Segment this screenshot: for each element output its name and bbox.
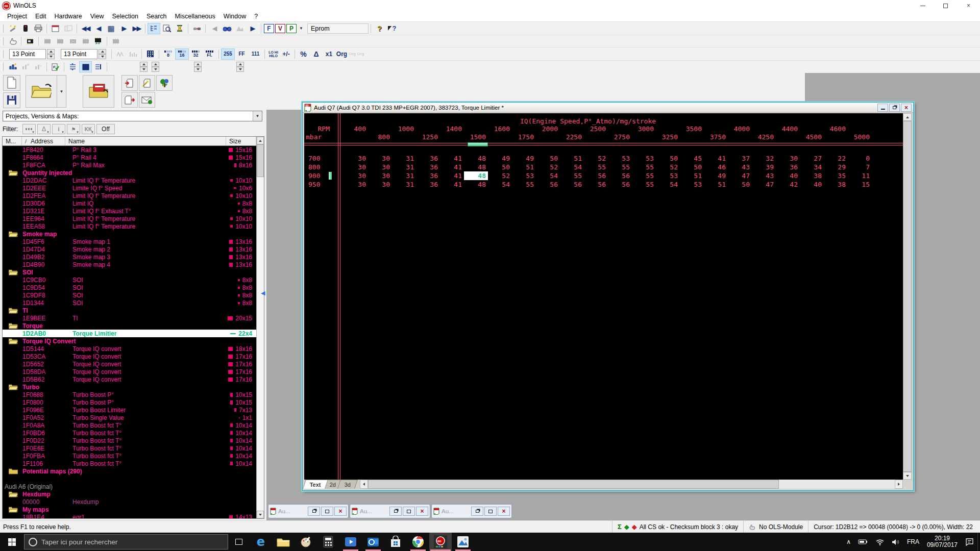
grid-cell[interactable]: 55 (584, 163, 608, 171)
map-row[interactable]: 1F0800Turbo Boost P°10x15 (3, 398, 256, 406)
grid-cell[interactable]: 36 (416, 163, 440, 171)
map-horizontal-scrollbar[interactable] (360, 480, 903, 489)
grid-cell[interactable]: 30 (344, 171, 368, 180)
grid-cell[interactable]: 30 (368, 163, 392, 171)
original-view-button[interactable]: Org (335, 48, 348, 60)
taskbar-app-store[interactable] (384, 533, 407, 551)
grid-cell[interactable]: 54 (656, 180, 680, 189)
map-row[interactable]: 1C9D54SOI8x8 (3, 284, 256, 291)
offset-spinner-4[interactable] (236, 62, 244, 72)
map-row[interactable]: 1F0D22Turbo Boost fct T°10x14 (3, 437, 256, 444)
curve-view-icon[interactable] (114, 48, 127, 60)
grid-cell[interactable]: 51 (512, 163, 536, 171)
projects-combobox[interactable]: Projects, Versions & Maps: ▼ (3, 111, 262, 121)
grid-cell[interactable]: 41 (440, 171, 464, 180)
points-y-field[interactable]: 13 Point (61, 49, 97, 59)
open-project-dropdown[interactable]: ▼ (57, 75, 66, 108)
bit-width-button-16[interactable]: 16 (175, 48, 189, 60)
map-row[interactable]: 1F0FBATurbo Boost fct T°10x14 (3, 452, 256, 460)
grid-cell[interactable]: 54 (560, 163, 584, 171)
grid-cell[interactable]: 51 (680, 171, 704, 180)
grid-cell[interactable]: 54 (536, 171, 560, 180)
grid-cell[interactable]: 38 (800, 171, 824, 180)
grid-cell[interactable]: 31 (392, 171, 416, 180)
grid-cell[interactable]: 52 (584, 154, 608, 163)
tab-text[interactable]: Text (303, 480, 328, 489)
filter-flag-button[interactable]: ⚑▼ (67, 124, 80, 134)
taskbar-app-movies[interactable] (339, 533, 362, 551)
map-row[interactable]: 1D30D6Limit IQ8x8 (3, 199, 256, 207)
minimized-window[interactable]: Au...× (350, 504, 430, 518)
filter-off-button[interactable]: Off (96, 124, 115, 134)
folder-row[interactable]: Quantity Injected (3, 169, 256, 177)
taskbar-app-winols[interactable]: ∞ (429, 533, 452, 551)
help-icon[interactable]: ? (373, 23, 386, 34)
grid-cell[interactable]: 53 (512, 171, 536, 180)
grid-cell[interactable]: 47 (728, 171, 752, 180)
filter-info-button[interactable]: i▼ (52, 124, 65, 134)
map-row[interactable]: 1D45F6Smoke map 113x16 (3, 238, 256, 245)
import-file-button[interactable] (83, 75, 114, 108)
grid-cell[interactable]: 36 (416, 180, 440, 189)
map-row[interactable]: 1F8664P° Rail 415x16 (3, 154, 256, 161)
row-height-icon[interactable] (66, 61, 79, 72)
value-format-button-ff[interactable]: FF (235, 48, 249, 60)
map-tree-toggle-icon[interactable] (148, 23, 160, 34)
action-center-icon[interactable] (962, 533, 977, 551)
grid-cell[interactable]: 43 (728, 163, 752, 171)
bit-width-button-fl.[interactable]: Fl. (203, 48, 216, 60)
menu-item-search[interactable]: Search (142, 12, 171, 21)
pointer-hand-icon[interactable] (6, 36, 19, 47)
toolbar-grip[interactable] (2, 24, 4, 33)
start-button[interactable] (0, 533, 23, 551)
grid-cell[interactable]: 31 (392, 154, 416, 163)
points-x-field[interactable]: 13 Point (9, 49, 46, 59)
map-row[interactable]: 1D2FEALimit IQ f° Temperature10x10 (3, 192, 256, 199)
grid-cell[interactable]: 35 (824, 171, 848, 180)
eprom-combobox[interactable]: Eprom (307, 23, 369, 34)
column-header-size[interactable]: Size (226, 137, 256, 145)
grid-cell[interactable]: 36 (416, 171, 440, 180)
grid-cell[interactable]: 56 (584, 180, 608, 189)
hourglass-icon[interactable] (173, 23, 186, 34)
scroll-down-icon[interactable] (257, 511, 264, 518)
grid-cell[interactable]: 34 (800, 163, 824, 171)
volume-icon[interactable] (888, 533, 903, 551)
map-row[interactable]: 1D321ELimit IQ f° Exhaust T°8x8 (3, 207, 256, 215)
taskbar-app-paint[interactable] (295, 533, 317, 551)
version-view-button[interactable]: V (275, 24, 285, 33)
map-row[interactable]: 1C9DF8SOI8x8 (3, 291, 256, 299)
panel-collapse-icon[interactable]: ◀ (261, 290, 265, 296)
offset-spinner-3[interactable] (194, 62, 202, 72)
menu-item-edit[interactable]: Edit (31, 12, 51, 21)
bit-width-button-8[interactable]: 8 (161, 48, 175, 60)
menu-item-window[interactable]: Window (219, 12, 250, 21)
grid-cell[interactable]: 55 (608, 163, 632, 171)
grid-cell[interactable]: 55 (632, 180, 656, 189)
map-row[interactable]: 1F0E6ETurbo Boost fct T°10x14 (3, 444, 256, 452)
grid-cell[interactable]: 55 (560, 171, 584, 180)
grid-cell[interactable]: 30 (368, 171, 392, 180)
bar-view-icon[interactable] (127, 48, 139, 60)
taskbar-app-explorer[interactable] (272, 533, 295, 551)
fill-window-icon[interactable] (79, 61, 92, 72)
child-maximize-button[interactable] (321, 507, 333, 516)
map-row[interactable]: 1D53CATorque IQ convert17x16 (3, 353, 256, 360)
connect-icon[interactable] (190, 23, 203, 34)
project-view-button[interactable]: P (286, 24, 297, 33)
settings-icon[interactable] (6, 23, 19, 34)
grid-cell[interactable]: 36 (776, 163, 800, 171)
map-row[interactable]: 1F0A52Turbo Single Value1x1 (3, 414, 256, 421)
grid-cell[interactable]: 31 (392, 180, 416, 189)
folder-row[interactable]: Torque (3, 322, 256, 330)
scroll-left-icon[interactable] (360, 480, 368, 489)
grid-cell[interactable]: 53 (608, 154, 632, 163)
scroll-right-icon[interactable] (895, 480, 903, 489)
grid-cell[interactable]: 38 (824, 180, 848, 189)
byte-order-button[interactable]: LO HIHILO (267, 48, 280, 60)
menu-item-view[interactable]: View (86, 12, 108, 21)
grid-cell[interactable]: 51 (704, 180, 728, 189)
search-back-icon[interactable]: ◀ (208, 23, 220, 34)
grid-cell[interactable]: 39 (752, 163, 776, 171)
map-row[interactable]: 1EE964Limit IQ f° Temperature10x10 (3, 215, 256, 222)
